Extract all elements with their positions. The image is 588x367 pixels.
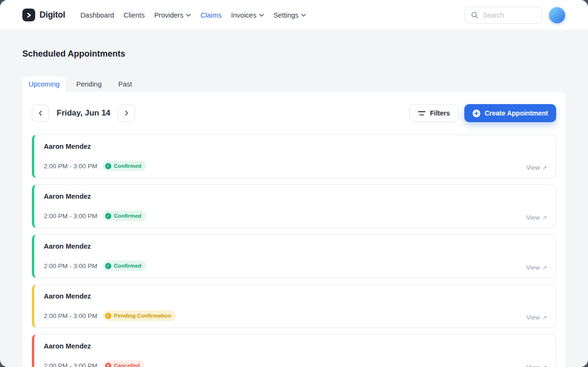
current-date-label: Friday, Jun 14	[57, 108, 110, 118]
status-label: Cancelled	[114, 363, 140, 367]
client-name: Aaron Mendez	[44, 342, 547, 350]
search-box[interactable]	[465, 7, 542, 24]
view-link[interactable]: View↗	[526, 164, 547, 171]
previous-day-button[interactable]	[32, 105, 49, 122]
tab-upcoming[interactable]: Upcoming	[22, 77, 66, 92]
view-link[interactable]: View↗	[526, 264, 547, 271]
client-name: Aaron Mendez	[44, 292, 547, 300]
next-day-button[interactable]	[118, 105, 135, 122]
nav-item-label: Invoices	[231, 11, 256, 19]
appointment-card[interactable]: Aaron Mendez 2:00 PM - 3:00 PM ✓ Confirm…	[32, 184, 556, 228]
tab-past[interactable]: Past	[112, 77, 138, 92]
nav-item-dashboard[interactable]: Dashboard	[76, 8, 119, 23]
plus-circle-icon	[472, 109, 480, 117]
nav-item-invoices[interactable]: Invoices	[226, 8, 269, 23]
chevron-right-icon	[125, 110, 128, 116]
nav-item-label: Settings	[274, 11, 298, 19]
arrow-up-right-icon: ↗	[542, 264, 547, 271]
chevron-down-icon	[301, 14, 306, 17]
appointment-card[interactable]: Aaron Mendez 2:00 PM - 3:00 PM ! Pending…	[32, 284, 556, 328]
chevron-down-icon	[186, 14, 191, 17]
check-circle-icon: ✓	[105, 163, 111, 169]
appointments-list: Aaron Mendez 2:00 PM - 3:00 PM ✓ Confirm…	[32, 135, 556, 367]
nav-item-claims[interactable]: Claims	[196, 8, 226, 23]
check-circle-icon: ✓	[105, 213, 111, 219]
date-navigation: Friday, Jun 14	[32, 105, 135, 122]
client-name: Aaron Mendez	[44, 193, 547, 200]
view-link[interactable]: View↗	[526, 214, 547, 221]
chevron-down-icon	[259, 14, 264, 17]
nav-item-providers[interactable]: Providers	[149, 8, 196, 23]
view-link[interactable]: View↗	[526, 314, 547, 321]
arrow-up-right-icon: ↗	[542, 214, 547, 221]
search-icon	[471, 11, 478, 19]
appointment-time: 2:00 PM - 3:00 PM	[44, 312, 98, 319]
alert-circle-icon: !	[105, 313, 111, 319]
arrow-up-right-icon: ↗	[542, 314, 547, 321]
page-content: Scheduled Appointments Upcoming Pending …	[0, 49, 588, 367]
user-avatar[interactable]	[549, 7, 565, 23]
status-label: Confirmed	[114, 163, 142, 169]
status-badge: ✓ Confirmed	[103, 161, 147, 171]
appointment-time: 2:00 PM - 3:00 PM	[44, 163, 98, 170]
nav-item-settings[interactable]: Settings	[269, 8, 311, 23]
create-appointment-button[interactable]: Create Appointment	[464, 104, 556, 122]
nav-item-label: Clients	[124, 11, 145, 19]
status-badge: ✓ Confirmed	[103, 261, 147, 271]
tab-pending[interactable]: Pending	[70, 77, 108, 92]
appointment-card[interactable]: Aaron Mendez 2:00 PM - 3:00 PM ✓ Confirm…	[32, 234, 556, 278]
filters-button[interactable]: Filters	[409, 104, 459, 122]
digitol-logo-icon	[22, 9, 35, 21]
appointment-card[interactable]: Aaron Mendez 2:00 PM - 3:00 PM ✓ Confirm…	[32, 135, 556, 178]
search-input[interactable]	[482, 11, 536, 19]
client-name: Aaron Mendez	[44, 242, 547, 250]
tab-label: Upcoming	[29, 80, 59, 88]
status-badge: × Cancelled	[103, 360, 145, 367]
nav-item-label: Claims	[200, 11, 221, 19]
panel-toolbar: Friday, Jun 14	[32, 104, 556, 122]
create-appointment-label: Create Appointment	[485, 109, 548, 117]
arrow-up-right-icon: ↗	[542, 364, 547, 367]
toolbar-actions: Filters Create Appointment	[409, 104, 556, 122]
x-circle-icon: ×	[105, 363, 111, 367]
appointment-time: 2:00 PM - 3:00 PM	[44, 212, 98, 220]
status-label: Confirmed	[114, 213, 142, 219]
status-badge: ✓ Confirmed	[103, 211, 147, 221]
client-name: Aaron Mendez	[44, 143, 547, 150]
brand-logo[interactable]: Digitol	[22, 9, 65, 21]
check-circle-icon: ✓	[105, 263, 111, 269]
nav-item-label: Dashboard	[80, 11, 114, 19]
status-label: Confirmed	[114, 263, 142, 269]
appointment-time: 2:00 PM - 3:00 PM	[44, 262, 98, 270]
top-navbar: Digitol Dashboard Clients Providers Clai…	[0, 0, 588, 30]
filter-lines-icon	[418, 111, 426, 116]
nav-item-label: Providers	[154, 11, 183, 19]
status-label: Pending Confirmation	[114, 313, 171, 319]
page-title: Scheduled Appointments	[22, 49, 566, 59]
status-badge: ! Pending Confirmation	[103, 310, 176, 321]
appointment-time: 2:00 PM - 3:00 PM	[44, 362, 98, 367]
appointment-card[interactable]: Aaron Mendez 2:00 PM - 3:00 PM × Cancell…	[32, 334, 556, 367]
nav-menu: Dashboard Clients Providers Claims Invoi…	[76, 8, 311, 23]
appointments-panel: Friday, Jun 14	[22, 92, 566, 367]
chevron-left-icon	[39, 110, 42, 116]
tab-bar: Upcoming Pending Past	[22, 77, 566, 92]
brand-name: Digitol	[39, 10, 65, 20]
arrow-up-right-icon: ↗	[542, 164, 547, 171]
tab-label: Pending	[76, 80, 101, 88]
app-window: Digitol Dashboard Clients Providers Clai…	[0, 0, 588, 367]
filters-button-label: Filters	[430, 109, 450, 117]
view-link[interactable]: View↗	[526, 364, 547, 367]
nav-item-clients[interactable]: Clients	[119, 8, 149, 23]
tab-label: Past	[118, 80, 132, 88]
